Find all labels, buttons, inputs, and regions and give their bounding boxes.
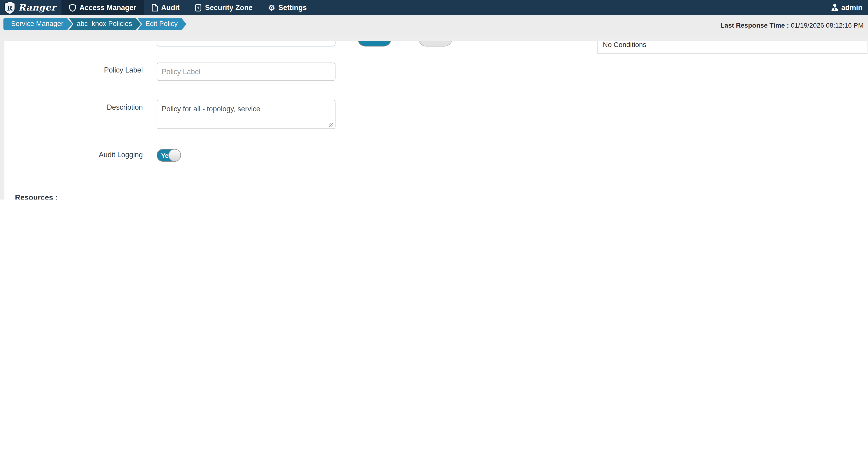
breadcrumb: Service Manager abc_knox Policies Edit P… [3, 18, 186, 30]
toggle-knob [168, 149, 181, 161]
audit-logging-toggle[interactable]: Yes [157, 149, 181, 161]
last-response-label: Last Response Time : [720, 22, 789, 29]
user-icon [831, 3, 839, 12]
policy-label-label: Policy Label [66, 66, 143, 75]
top-navbar: R Ranger Access Manager Audit Security Z… [0, 0, 868, 15]
nav-settings[interactable]: ⚙ Settings [260, 0, 314, 15]
svg-text:R: R [7, 4, 12, 12]
nav-item-label: Settings [278, 3, 307, 12]
user-menu[interactable]: admin [831, 3, 868, 12]
nav-item-label: Audit [161, 3, 180, 12]
ranger-edit-policy-page: R Ranger Access Manager Audit Security Z… [0, 0, 868, 200]
resize-handle[interactable] [329, 123, 333, 127]
breadcrumb-policies[interactable]: abc_knox Policies [69, 18, 141, 30]
ranger-brand[interactable]: R Ranger [0, 0, 62, 15]
breadcrumb-service-manager[interactable]: Service Manager [3, 18, 72, 30]
last-response-time: Last Response Time : 01/19/2026 08:12:16… [720, 22, 864, 29]
description-textarea[interactable]: Policy for all - topology, service [157, 100, 336, 129]
shield-icon [69, 3, 76, 11]
main-content: No Conditions Policy Label Description P… [0, 34, 868, 200]
last-response-value: 01/19/2026 08:12:16 PM [791, 22, 864, 29]
top-band [0, 34, 868, 41]
ranger-logo-icon: R [4, 1, 16, 14]
nav-access-manager[interactable]: Access Manager [62, 0, 144, 15]
bolt-shield-icon [195, 3, 202, 11]
nav-item-label: Access Manager [80, 3, 136, 12]
resources-heading: Resources : [15, 193, 58, 200]
nav-item-label: Security Zone [205, 3, 253, 12]
policy-label-input[interactable] [157, 63, 336, 81]
brand-name: Ranger [18, 2, 56, 12]
document-icon [152, 3, 158, 11]
nav-security-zone[interactable]: Security Zone [187, 0, 260, 15]
user-name: admin [841, 3, 863, 12]
description-label: Description [66, 103, 143, 111]
left-gutter [0, 34, 4, 200]
gear-icon: ⚙ [268, 3, 275, 11]
no-conditions-text: No Conditions [603, 41, 646, 49]
breadcrumb-edit-policy[interactable]: Edit Policy [137, 18, 186, 30]
audit-logging-label: Audit Logging [66, 151, 143, 159]
breadcrumb-bar: Service Manager abc_knox Policies Edit P… [0, 15, 868, 34]
nav-audit[interactable]: Audit [144, 0, 187, 15]
